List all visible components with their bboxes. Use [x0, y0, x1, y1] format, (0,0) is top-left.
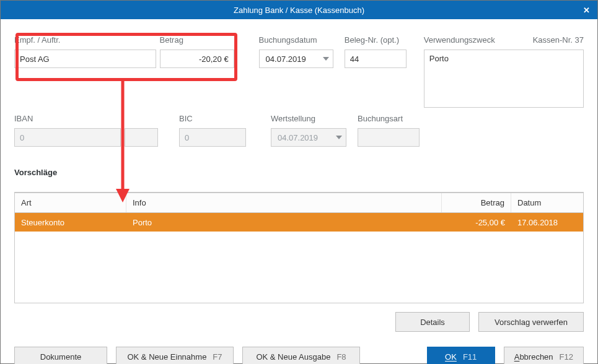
receipt-no-input[interactable] [345, 50, 407, 68]
ok-new-expense-button[interactable]: OK & Neue Ausgabe F8 [242, 347, 360, 364]
booking-type-input [358, 128, 420, 147]
recipient-label: Empf. / Auftr. [14, 35, 156, 45]
ok-button[interactable]: OK F11 [427, 347, 495, 364]
suggestions-heading: Vorschläge [14, 168, 584, 177]
booking-date-label: Buchungsdatum [259, 35, 333, 45]
bic-input [179, 128, 246, 147]
register-no-label: Kassen-Nr. 37 [533, 35, 584, 45]
cell-art: Steuerkonto [15, 218, 126, 227]
value-date-label: Wertstellung [271, 114, 346, 123]
col-art[interactable]: Art [15, 193, 126, 212]
iban-ext-label [125, 114, 158, 123]
col-info[interactable]: Info [126, 193, 442, 212]
chevron-down-icon [323, 57, 329, 61]
table-header: Art Info Betrag Datum [15, 193, 583, 213]
booking-date-value: 04.07.2019 [266, 54, 306, 64]
booking-type-label: Buchungsart [358, 114, 420, 123]
close-button[interactable]: ✕ [575, 1, 597, 19]
cancel-button[interactable]: Abbrechen F12 [504, 347, 584, 364]
value-date-value: 04.07.2019 [278, 133, 318, 142]
chevron-down-icon [336, 136, 342, 139]
purpose-textarea[interactable] [424, 50, 584, 108]
bic-label: BIC [179, 114, 246, 123]
booking-date-select[interactable]: 04.07.2019 [259, 50, 333, 68]
discard-suggestion-button[interactable]: Vorschlag verwerfen [478, 312, 584, 332]
cancel-rest: bbrechen [519, 352, 553, 362]
close-icon: ✕ [583, 6, 590, 15]
cell-datum: 17.06.2018 [511, 218, 583, 227]
amount-input[interactable] [160, 50, 234, 68]
titlebar: Zahlung Bank / Kasse (Kassenbuch) ✕ [1, 1, 597, 19]
window-title: Zahlung Bank / Kasse (Kassenbuch) [234, 6, 364, 15]
recipient-input[interactable] [14, 50, 156, 68]
table-row[interactable]: Steuerkonto Porto -25,00 € 17.06.2018 [15, 213, 583, 232]
cell-info: Porto [126, 218, 442, 227]
purpose-label: Verwendungszweck [424, 35, 495, 45]
iban-input-2 [125, 128, 158, 147]
suggestions-table: Art Info Betrag Datum Steuerkonto Porto … [14, 192, 584, 303]
value-date-select: 04.07.2019 [271, 128, 346, 147]
iban-label: IBAN [14, 114, 121, 123]
documents-button[interactable]: Dokumente [14, 347, 107, 364]
ok-new-income-button[interactable]: OK & Neue Einnahme F7 [116, 347, 234, 364]
amount-label: Betrag [160, 35, 234, 45]
receipt-no-label: Beleg-Nr. (opt.) [345, 35, 407, 45]
col-datum[interactable]: Datum [511, 193, 583, 212]
details-button[interactable]: Details [395, 312, 470, 332]
cell-betrag: -25,00 € [442, 218, 511, 227]
iban-input-1 [14, 128, 121, 147]
col-betrag[interactable]: Betrag [442, 193, 511, 212]
